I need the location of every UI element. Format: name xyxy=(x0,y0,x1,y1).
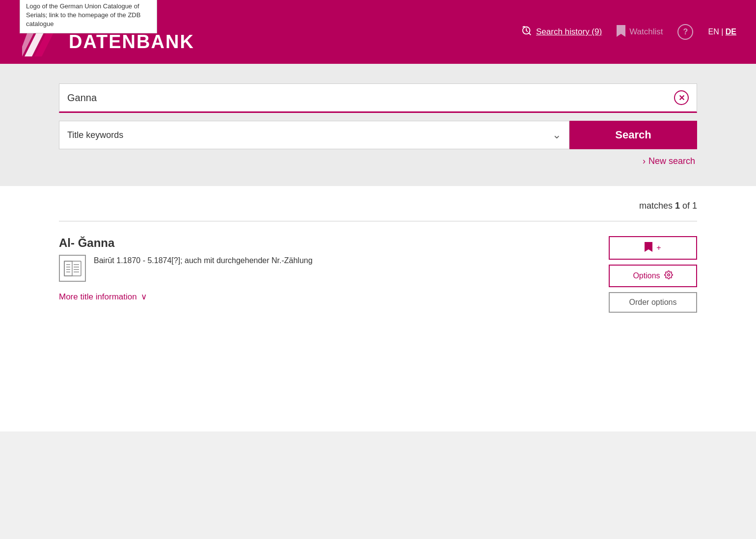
more-title-info-link[interactable]: More title information ∨ xyxy=(59,292,599,302)
matches-prefix: matches xyxy=(639,201,675,211)
options-label: Options xyxy=(633,271,660,280)
logo-text[interactable]: DATENBANK xyxy=(69,31,194,53)
results-area: matches 1 of 1 Al- Ğanna xyxy=(0,186,756,431)
category-select[interactable]: Title keywords All fields Title Author P… xyxy=(67,130,552,140)
help-label: ? xyxy=(683,27,688,36)
watchlist-label: Watchlist xyxy=(629,27,663,37)
result-divider xyxy=(59,221,697,221)
header: Logo of the German Union Catalogue of Se… xyxy=(0,0,756,64)
svg-rect-5 xyxy=(64,261,72,276)
lang-en[interactable]: EN xyxy=(708,27,719,36)
result-icon xyxy=(59,255,86,282)
matches-bold: 1 xyxy=(675,201,680,211)
result-item: Al- Ğanna xyxy=(59,231,697,318)
search-area: ✕ Title keywords All fields Title Author… xyxy=(0,64,756,186)
watchlist-add-label: + xyxy=(656,243,661,252)
search-input[interactable] xyxy=(67,92,674,104)
matches-suffix: of 1 xyxy=(680,201,697,211)
lang-separator: | xyxy=(721,27,723,36)
chevron-right-icon: › xyxy=(643,156,646,166)
search-button[interactable]: Search xyxy=(569,121,697,149)
chevron-down-icon: ⌄ xyxy=(552,129,561,141)
options-button[interactable]: Options xyxy=(609,265,697,287)
new-search-row: › New search xyxy=(59,156,697,166)
result-body: Bairūt 1.1870 - 5.1874[?]; auch mit durc… xyxy=(59,255,599,282)
clear-button[interactable]: ✕ xyxy=(674,90,689,105)
logo-tooltip: Logo of the German Union Catalogue of Se… xyxy=(20,0,157,33)
help-icon[interactable]: ? xyxy=(677,24,693,40)
new-search-label: New search xyxy=(648,156,695,166)
svg-rect-4 xyxy=(64,261,81,276)
bookmark-icon xyxy=(617,25,625,39)
header-nav: Search history (9) Watchlist ? EN | DE xyxy=(521,24,736,40)
watchlist-link[interactable]: Watchlist xyxy=(617,25,663,39)
chevron-down-expand-icon: ∨ xyxy=(141,292,147,302)
more-title-info-label: More title information xyxy=(59,292,137,302)
lang-de[interactable]: DE xyxy=(726,27,736,36)
lang-switcher: EN | DE xyxy=(708,27,736,36)
search-input-wrapper: ✕ xyxy=(59,83,697,113)
search-controls-row: Title keywords All fields Title Author P… xyxy=(59,121,697,149)
search-history-label: Search history (9) xyxy=(536,27,602,37)
search-history-link[interactable]: Search history (9) xyxy=(521,26,602,39)
result-description: Bairūt 1.1870 - 5.1874[?]; auch mit durc… xyxy=(94,255,313,267)
gear-icon xyxy=(664,270,673,281)
order-options-button[interactable]: Order options xyxy=(609,292,697,313)
result-title[interactable]: Al- Ğanna xyxy=(59,236,599,250)
search-history-icon xyxy=(521,26,532,39)
new-search-link[interactable]: › New search xyxy=(643,156,695,166)
svg-point-14 xyxy=(667,274,670,276)
matches-info: matches 1 of 1 xyxy=(59,201,697,211)
logo-area: Logo of the German Union Catalogue of Se… xyxy=(20,2,194,61)
bookmark-add-icon xyxy=(645,242,652,254)
result-content: Al- Ğanna xyxy=(59,236,599,302)
result-actions: + Options Order options xyxy=(609,236,697,313)
category-select-wrapper[interactable]: Title keywords All fields Title Author P… xyxy=(59,121,569,149)
watchlist-add-button[interactable]: + xyxy=(609,236,697,260)
